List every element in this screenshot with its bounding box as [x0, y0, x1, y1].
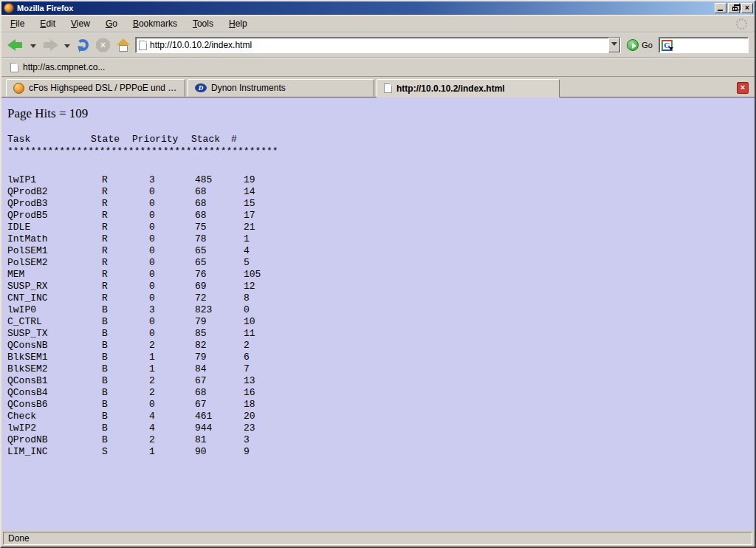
table-separator: ****************************************… — [7, 145, 755, 157]
cell-state: B — [102, 422, 149, 434]
table-row: LIM_INCS1909 — [7, 446, 755, 458]
cell-num: 105 — [244, 269, 261, 281]
cell-stack: 68 — [195, 186, 244, 198]
menu-item[interactable]: Tools — [187, 16, 219, 31]
cell-state: B — [102, 411, 149, 422]
restore-button[interactable] — [728, 3, 740, 13]
header-state: State — [91, 134, 132, 145]
cell-num: 8 — [244, 292, 250, 304]
bookmark-items: http://as.cmpnet.co... — [6, 61, 109, 74]
task-table: TaskStatePriorityStack# ****************… — [7, 134, 755, 458]
cell-task: QProdB3 — [7, 198, 102, 210]
cell-state: B — [102, 375, 149, 387]
back-dropdown[interactable] — [30, 44, 36, 51]
cell-num: 7 — [244, 363, 250, 375]
table-row: lwIP2B494423 — [7, 422, 755, 434]
table-row: QConsB6B06718 — [7, 399, 755, 411]
cell-priority: 2 — [149, 387, 195, 399]
table-row: QConsNBB2822 — [7, 340, 755, 352]
header-priority: Priority — [132, 134, 191, 145]
tab-dynon[interactable]: D Dynon Instruments — [188, 79, 374, 97]
close-button[interactable]: × — [741, 3, 753, 13]
cell-num: 12 — [244, 281, 255, 292]
minimize-button[interactable] — [715, 3, 726, 13]
menu-item[interactable]: Go — [100, 16, 123, 31]
table-row: BlkSEM1B1796 — [7, 352, 755, 363]
table-row: lwIP0B38230 — [7, 304, 755, 316]
status-bar: Done — [1, 530, 755, 547]
cell-priority: 0 — [149, 210, 195, 222]
cell-task: LIM_INC — [7, 446, 102, 458]
tab-cfos[interactable]: cFos Highspeed DSL / PPPoE und ISDN CAP.… — [6, 79, 185, 97]
menu-item[interactable]: View — [65, 16, 96, 31]
reload-button[interactable] — [74, 36, 92, 54]
table-row: QProdB5R06817 — [7, 210, 755, 222]
cell-stack: 84 — [195, 363, 244, 375]
bookmark-item[interactable]: http://as.cmpnet.co... — [6, 61, 109, 74]
url-dropdown-button[interactable] — [608, 38, 620, 52]
go-button[interactable]: Go — [624, 39, 656, 51]
cell-priority: 2 — [149, 375, 195, 387]
bookmark-page-icon — [10, 63, 18, 72]
cell-task: PolSEM1 — [7, 245, 102, 257]
cell-num: 15 — [244, 198, 255, 210]
cell-priority: 3 — [149, 174, 195, 186]
cell-task: SUSP_RX — [7, 281, 102, 292]
cell-state: R — [102, 281, 149, 292]
cell-task: lwIP2 — [7, 422, 102, 434]
menu-item[interactable]: Help — [223, 16, 253, 31]
cell-state: B — [102, 316, 149, 328]
table-row: SUSP_RXR06912 — [7, 281, 755, 292]
cell-task: BlkSEM2 — [7, 363, 102, 375]
header-task: Task — [7, 134, 91, 145]
cell-state: R — [102, 257, 149, 269]
cell-stack: 81 — [195, 434, 244, 446]
page-favicon-icon — [384, 83, 392, 93]
back-arrow-icon — [7, 38, 24, 52]
cell-priority: 1 — [149, 352, 195, 363]
forward-arrow-icon — [41, 38, 58, 52]
cell-num: 10 — [244, 316, 255, 328]
table-row: QConsB1B26713 — [7, 375, 755, 387]
menu-item[interactable]: Bookmarks — [127, 16, 183, 31]
cell-stack: 76 — [195, 269, 244, 281]
cfos-favicon-icon — [13, 83, 24, 94]
search-input[interactable] — [673, 40, 748, 50]
cell-priority: 4 — [149, 422, 195, 434]
cell-stack: 67 — [195, 375, 244, 387]
menu-item[interactable]: File — [4, 16, 30, 31]
page-content: Page Hits = 109 TaskStatePriorityStack# … — [1, 97, 755, 530]
cell-task: QProdB2 — [7, 186, 102, 198]
home-button[interactable] — [114, 37, 132, 54]
table-row: QProdB2R06814 — [7, 186, 755, 198]
header-num: # — [231, 134, 237, 145]
menu-item[interactable]: Edit — [34, 16, 61, 31]
cell-stack: 85 — [195, 328, 244, 340]
table-row: IntMathR0781 — [7, 233, 755, 245]
cell-priority: 0 — [149, 257, 195, 269]
forward-button[interactable] — [40, 37, 60, 53]
forward-dropdown[interactable] — [64, 44, 70, 51]
table-row: BlkSEM2B1847 — [7, 363, 755, 375]
url-input[interactable] — [147, 40, 608, 50]
cell-state: B — [102, 387, 149, 399]
cell-priority: 2 — [149, 434, 195, 446]
menu-items: FileEditViewGoBookmarksToolsHelp — [4, 16, 257, 31]
cell-task: lwIP1 — [7, 174, 102, 186]
back-button[interactable] — [6, 37, 26, 53]
cell-num: 19 — [244, 174, 255, 186]
stop-button[interactable]: × — [94, 37, 111, 54]
throbber-icon — [736, 18, 747, 30]
cell-task: CNT_INC — [7, 292, 102, 304]
close-tab-button[interactable]: × — [737, 82, 749, 94]
table-row: lwIP1R348519 — [7, 174, 755, 186]
cell-state: R — [102, 210, 149, 222]
cell-num: 3 — [244, 434, 250, 446]
cell-priority: 0 — [149, 186, 195, 198]
google-search-icon[interactable]: G — [662, 40, 673, 51]
tab-index-html-active[interactable]: http://10.0.10.2/index.html — [377, 79, 560, 97]
cell-state: S — [102, 446, 149, 458]
cell-task: Check — [7, 411, 102, 422]
title-bar[interactable]: Mozilla Firefox × — [1, 1, 755, 15]
cell-num: 9 — [244, 446, 250, 458]
